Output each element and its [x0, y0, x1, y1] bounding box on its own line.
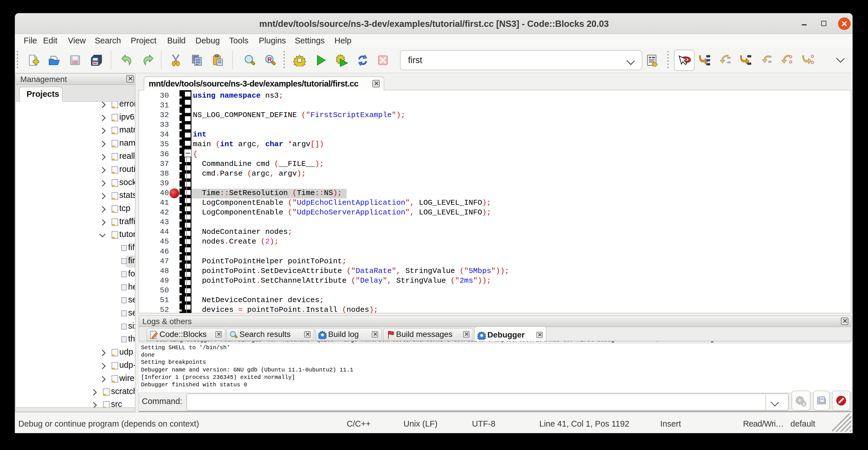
svg-text:R: R [267, 56, 272, 63]
